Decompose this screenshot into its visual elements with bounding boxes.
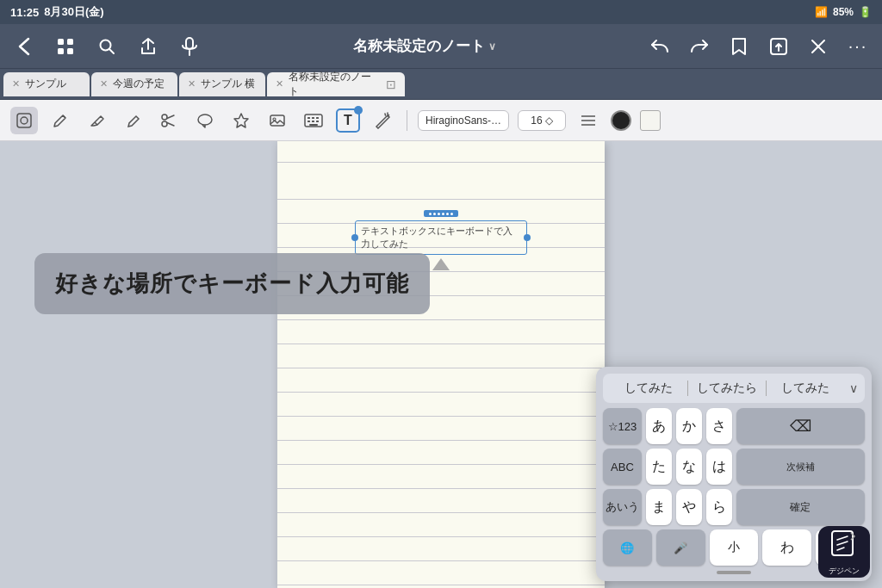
text-box-handle[interactable] [424,210,458,217]
key-globe[interactable]: 🌐 [603,529,652,566]
search-button[interactable] [93,33,121,60]
key-row-2: ABC た な は 次候補 [603,449,865,485]
keyboard-tool[interactable] [300,107,327,134]
key-next-candidate[interactable]: 次候補 [736,449,866,485]
bubble-tool[interactable] [191,107,219,134]
key-confirm[interactable]: 確定 [736,489,866,525]
key-ra[interactable]: ら [706,489,732,525]
tab-unnamed[interactable]: ✕ 名称未設定のノート ⊡ [267,72,405,96]
tab-close-2[interactable]: ✕ [100,78,108,90]
key-na[interactable]: な [676,449,702,485]
callout-box: 好きな場所でキーボード入力可能 [34,253,430,314]
main-content: テキストボックスにキーボードで入力してみた 好きな場所でキーボード入力可能 して… [0,141,882,588]
mic-button[interactable] [176,33,203,60]
key-ha[interactable]: は [706,449,732,485]
key-a[interactable]: あ [646,408,672,444]
key-ta[interactable]: た [646,449,672,485]
image-tool[interactable] [264,107,291,134]
handle-dot-3 [438,213,440,215]
battery-icon: 🔋 [859,6,872,18]
text-box-content: テキストボックスにキーボードで入力してみた [361,226,512,249]
redo-button[interactable] [686,33,713,60]
back-button[interactable] [10,33,38,60]
eraser-tool[interactable] [83,107,110,134]
key-row-3: あいう ま や ら 確定 [603,489,865,525]
highlighter-tool[interactable] [119,107,146,134]
status-bar: 11:25 8月30日(金) 📶 85% 🔋 [0,0,882,24]
export-button[interactable] [765,33,792,60]
handle-dot-6 [450,213,453,215]
svg-rect-5 [186,38,193,49]
tab-close-3[interactable]: ✕ [188,78,196,90]
status-time: 11:25 [10,6,39,19]
grid-button[interactable] [52,33,79,60]
suggestion-3[interactable]: してみた [767,381,844,396]
svg-rect-16 [312,117,314,119]
key-mic[interactable]: 🎤 [656,529,705,566]
keyboard-drag-handle[interactable] [717,571,751,574]
selection-handle-left[interactable] [351,234,358,241]
tab-schedule[interactable]: ✕ 今週の予定 [91,72,177,96]
text-color-button[interactable] [611,110,631,131]
align-button[interactable] [575,107,602,134]
tab-close-4[interactable]: ✕ [276,78,283,90]
svg-rect-12 [270,115,284,126]
tab-close-1[interactable]: ✕ [12,78,20,90]
highlight-color-button[interactable] [640,110,661,131]
logo-badge: デジペン [818,526,870,578]
svg-rect-1 [67,39,73,45]
selection-handle-right[interactable] [524,234,531,241]
text-tool-label: T [344,113,352,128]
scissors-tool[interactable] [155,107,183,134]
bookmark-button[interactable] [725,33,753,60]
lasso-tool[interactable] [10,107,38,134]
font-name-value: HiraginoSans-… [425,115,501,127]
more-button[interactable]: ··· [844,33,872,60]
handle-dot-1 [429,213,432,215]
note-lines [277,141,605,588]
svg-point-11 [198,115,212,125]
suggestion-1[interactable]: してみた [610,381,687,396]
key-ka[interactable]: か [676,408,702,444]
status-left: 11:25 8月30日(金) [10,4,104,20]
text-tool[interactable]: T [336,108,360,133]
key-sa[interactable]: さ [706,408,732,444]
svg-rect-0 [58,39,64,45]
suggestion-2[interactable]: してみたら [688,381,766,396]
key-delete[interactable]: ⌫ [736,408,866,444]
undo-button[interactable] [646,33,674,60]
key-row-1: ☆123 あ か さ ⌫ [603,408,865,444]
nav-right-group: ··· [646,33,872,60]
status-right: 📶 85% 🔋 [815,6,872,18]
key-abc[interactable]: ABC [603,449,642,485]
tab-sample1[interactable]: ✕ サンプル [3,72,90,96]
wifi-icon: 📶 [815,6,828,18]
tab-label-4: 名称未設定のノート [289,70,381,99]
suggestions-chevron[interactable]: ∨ [849,381,858,395]
key-aiueo[interactable]: あいう [603,489,642,525]
font-name-button[interactable]: HiraginoSans-… [418,110,509,131]
tab-label-1: サンプル [25,77,66,91]
tab-sample2[interactable]: ✕ サンプル 横 [179,72,265,96]
svg-rect-19 [312,121,314,122]
key-small[interactable]: 小 [710,529,759,566]
share-button[interactable] [134,33,162,60]
key-star123[interactable]: ☆123 [603,408,642,444]
close-button[interactable] [804,33,832,60]
svg-point-10 [162,121,167,127]
star-tool[interactable] [227,107,255,134]
tab-add-icon: ⊡ [386,77,396,91]
battery-indicator: 85% [833,6,854,18]
tab-label-2: 今週の予定 [113,77,165,91]
wand-tool[interactable] [369,107,396,134]
pen-tool[interactable] [47,107,74,134]
text-box[interactable]: テキストボックスにキーボードで入力してみた [355,220,527,255]
font-size-button[interactable]: 16 ◇ [518,110,566,131]
svg-rect-2 [58,48,64,54]
key-ma[interactable]: ま [646,489,672,525]
nav-title-text: 名称未設定のノート [353,36,485,56]
key-wa[interactable]: わ [762,529,811,566]
logo-icon [830,528,858,564]
keyboard-suggestions: してみた してみたら してみた ∨ [603,374,865,403]
key-ya[interactable]: や [676,489,702,525]
